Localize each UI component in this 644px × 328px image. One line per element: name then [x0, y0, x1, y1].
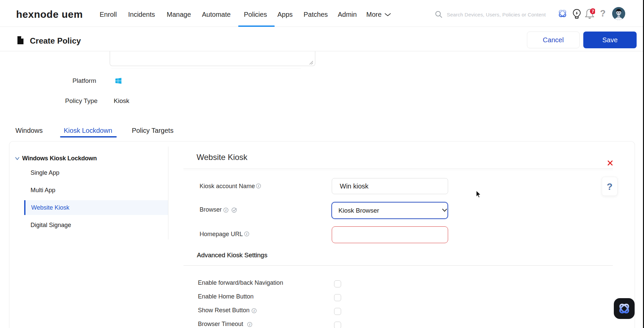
svg-text:i: i	[254, 309, 255, 313]
svg-text:i: i	[249, 322, 251, 326]
svg-text:i: i	[258, 184, 259, 188]
svg-text:i: i	[225, 208, 227, 212]
svg-text:7: 7	[592, 9, 594, 14]
svg-text:i: i	[246, 232, 248, 236]
